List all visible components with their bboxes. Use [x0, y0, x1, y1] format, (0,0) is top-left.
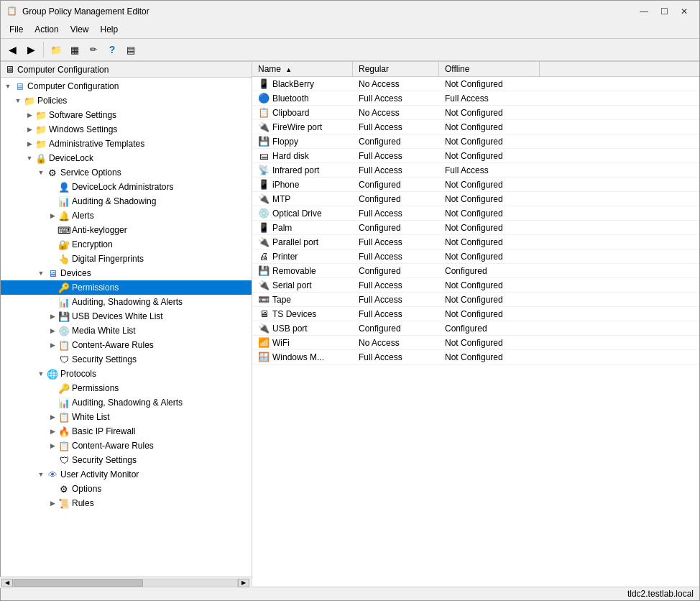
- tree-item-user-activity-monitor[interactable]: ▼ 👁 User Activity Monitor: [1, 467, 252, 482]
- tree-item-devices[interactable]: ▼ 🖥 Devices: [1, 266, 252, 280]
- list-item[interactable]: 💾 Floppy Configured Not Configured: [252, 134, 699, 149]
- tree-item-white-list[interactable]: ▶ 📋 White List: [1, 410, 252, 424]
- row-regular: Full Access: [353, 208, 439, 219]
- tree-item-content-aware-rules[interactable]: ▶ 📋 Content-Aware Rules: [1, 338, 252, 352]
- scroll-left-btn[interactable]: ◀: [1, 579, 13, 587]
- item-icon: 🛡: [58, 454, 70, 466]
- row-name: WiFi: [272, 338, 290, 348]
- tree-item-devicelock-admin[interactable]: ▶ 👤 DeviceLock Administrators: [1, 180, 252, 194]
- list-item[interactable]: 📋 Clipboard No Access Not Configured: [252, 106, 699, 120]
- list-item[interactable]: 📱 iPhone Configured Not Configured: [252, 178, 699, 192]
- item-icon: 📁: [35, 109, 47, 121]
- tree-item-anti-keylogger[interactable]: ▶ ⌨ Anti-keylogger: [1, 223, 252, 237]
- list-item[interactable]: 🔌 MTP Configured Not Configured: [252, 192, 699, 206]
- list-item[interactable]: 🖨 Printer Full Access Not Configured: [252, 249, 699, 264]
- row-offline: Not Configured: [439, 136, 540, 147]
- list-item[interactable]: 📡 Infrared port Full Access Full Access: [252, 163, 699, 178]
- menu-bar: File Action View Help: [1, 21, 699, 39]
- window-title: Group Policy Management Editor: [22, 6, 149, 17]
- tree-item-usb-white-list[interactable]: ▶ 💾 USB Devices White List: [1, 309, 252, 324]
- expand-icon: ▼: [35, 368, 47, 380]
- tree-item-basic-ip-firewall[interactable]: ▶ 🔥 Basic IP Firewall: [1, 424, 252, 439]
- tree-item-service-options[interactable]: ▼ ⚙ Service Options: [1, 165, 252, 180]
- row-regular: Full Access: [353, 251, 439, 262]
- row-name: MTP: [272, 194, 290, 204]
- tree-item-content-aware-rules2[interactable]: ▶ 📋 Content-Aware Rules: [1, 439, 252, 453]
- list-item[interactable]: 🪟 Windows M... Full Access Not Configure…: [252, 350, 699, 364]
- column-header-offline[interactable]: Offline: [439, 62, 540, 76]
- edit-button[interactable]: ✏: [85, 41, 102, 58]
- tree-item-encryption[interactable]: ▶ 🔐 Encryption: [1, 237, 252, 252]
- column-header-regular[interactable]: Regular: [353, 62, 439, 76]
- tree-item-proto-permissions[interactable]: ▶ 🔑 Permissions: [1, 381, 252, 395]
- tree-item-admin-templates[interactable]: ▶ 📁 Administrative Templates: [1, 137, 252, 151]
- tree-item-protocols[interactable]: ▼ 🌐 Protocols: [1, 367, 252, 381]
- item-label: Basic IP Firewall: [72, 426, 135, 436]
- row-regular: Configured: [353, 222, 439, 234]
- menu-action[interactable]: Action: [29, 22, 64, 37]
- list-item[interactable]: 📱 Palm Configured Not Configured: [252, 221, 699, 235]
- item-icon: 👁: [47, 469, 58, 480]
- tree-item-devicelock[interactable]: ▼ 🔒 DeviceLock: [1, 151, 252, 165]
- list-item[interactable]: 📶 WiFi No Access Not Configured: [252, 336, 699, 350]
- row-icon: 🖥: [258, 308, 270, 320]
- tree-item-media-white-list[interactable]: ▶ 💿 Media White List: [1, 324, 252, 338]
- back-button[interactable]: ◀: [4, 41, 21, 58]
- view-button[interactable]: ▦: [66, 41, 83, 58]
- tree-item-security-settings2[interactable]: ▶ 🛡 Security Settings: [1, 453, 252, 467]
- tree-item-policies[interactable]: ▼ 📁 Policies: [1, 93, 252, 108]
- list-item[interactable]: 🔌 Parallel port Full Access Not Configur…: [252, 235, 699, 249]
- list-item[interactable]: 🖥 TS Devices Full Access Not Configured: [252, 307, 699, 321]
- row-name: Removable: [272, 266, 316, 276]
- main-area: 🖥 Computer Configuration ▼ 🖥 Computer Co…: [1, 61, 699, 587]
- tree-item-rules[interactable]: ▶ 📜 Rules: [1, 496, 252, 510]
- list-item[interactable]: 🖴 Hard disk Full Access Not Configured: [252, 149, 699, 163]
- row-offline: Not Configured: [439, 294, 540, 306]
- item-icon: 📋: [58, 440, 70, 451]
- expand-icon: ▼: [35, 469, 47, 480]
- minimize-button[interactable]: —: [635, 5, 653, 18]
- tree-item-software-settings[interactable]: ▶ 📁 Software Settings: [1, 108, 252, 122]
- forward-button[interactable]: ▶: [22, 41, 40, 58]
- item-icon: 📊: [58, 196, 70, 207]
- row-icon: 📱: [258, 179, 270, 191]
- menu-help[interactable]: Help: [95, 22, 124, 37]
- console-button[interactable]: ▤: [122, 41, 139, 58]
- list-item[interactable]: 🔌 Serial port Full Access Not Configured: [252, 278, 699, 293]
- column-header-name[interactable]: Name ▲: [252, 62, 353, 76]
- tree-item-alerts[interactable]: ▶ 🔔 Alerts: [1, 208, 252, 223]
- list-item[interactable]: 📱 BlackBerry No Access Not Configured: [252, 77, 699, 91]
- tree-item-proto-auditing[interactable]: ▶ 📊 Auditing, Shadowing & Alerts: [1, 395, 252, 410]
- tree-item-computer-config[interactable]: ▼ 🖥 Computer Configuration: [1, 79, 252, 93]
- menu-file[interactable]: File: [4, 22, 29, 37]
- list-item[interactable]: 💿 Optical Drive Full Access Not Configur…: [252, 206, 699, 221]
- expand-icon: ▼: [12, 95, 24, 106]
- tree-item-permissions[interactable]: ▶ 🔑 Permissions: [1, 280, 252, 295]
- tree-item-security-settings[interactable]: ▶ 🛡 Security Settings: [1, 352, 252, 367]
- list-item[interactable]: 💾 Removable Configured Configured: [252, 264, 699, 278]
- item-icon: 🔒: [35, 152, 47, 164]
- scroll-right-btn[interactable]: ▶: [238, 579, 249, 587]
- status-bar-text: tldc2.testlab.local: [627, 589, 694, 599]
- list-item[interactable]: 📼 Tape Full Access Not Configured: [252, 293, 699, 307]
- tree-item-windows-settings[interactable]: ▶ 📁 Windows Settings: [1, 122, 252, 137]
- row-offline: Not Configured: [439, 222, 540, 234]
- maximize-button[interactable]: ☐: [655, 5, 673, 18]
- list-item[interactable]: 🔌 USB port Configured Configured: [252, 321, 699, 336]
- tree-item-digital-fingerprints[interactable]: ▶ 👆 Digital Fingerprints: [1, 252, 252, 266]
- list-item[interactable]: 🔵 Bluetooth Full Access Full Access: [252, 91, 699, 106]
- row-icon: 🔌: [258, 280, 270, 291]
- item-label: White List: [72, 412, 110, 422]
- folder-button[interactable]: 📁: [47, 41, 65, 58]
- row-name: FireWire port: [272, 122, 322, 132]
- list-item[interactable]: 🔌 FireWire port Full Access Not Configur…: [252, 120, 699, 134]
- tree-item-auditing-shadowing-alerts[interactable]: ▶ 📊 Auditing, Shadowing & Alerts: [1, 295, 252, 309]
- tree-h-scrollbar[interactable]: [13, 579, 238, 587]
- row-name: USB port: [272, 324, 308, 334]
- menu-view[interactable]: View: [65, 22, 95, 37]
- close-button[interactable]: ✕: [675, 5, 694, 18]
- help-button[interactable]: ?: [103, 41, 121, 58]
- item-icon: ⚙: [47, 167, 58, 178]
- tree-item-auditing-shadowing[interactable]: ▶ 📊 Auditing & Shadowing: [1, 194, 252, 208]
- tree-item-options[interactable]: ▶ ⚙ Options: [1, 482, 252, 496]
